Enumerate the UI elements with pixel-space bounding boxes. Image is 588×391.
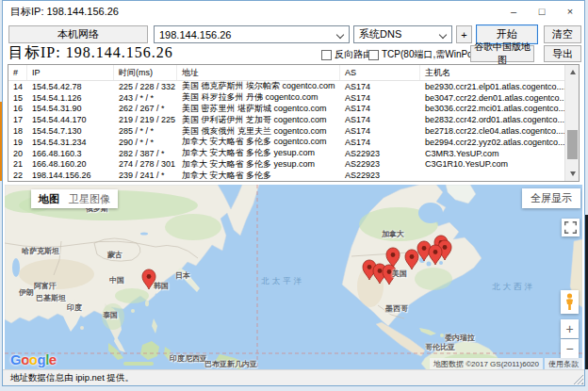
table-row[interactable]: 17154.54.44.170219 / 219 / 225美国 伊利诺伊州 芝… xyxy=(8,114,564,125)
table-row[interactable]: 19154.54.31.234290 / * / *加拿大 安大略省 多伦多 c… xyxy=(8,137,564,148)
column-header-0[interactable]: # xyxy=(8,65,27,80)
table-row[interactable]: 15154.54.1.126243 / * / *美国 科罗拉多州 丹佛 cog… xyxy=(8,92,564,104)
traceroute-window: 目标IP: 198.144.156.26 – □ × 本机网络 198.144.… xyxy=(2,0,585,386)
target-ip-combobox[interactable]: 198.144.156.26 xyxy=(154,25,350,43)
checkbox-icon[interactable] xyxy=(368,50,379,60)
chevron-down-icon[interactable] xyxy=(439,31,447,39)
google-logo-letter: e xyxy=(49,351,57,367)
table-row[interactable]: 18154.54.7.130285 / * / *美国 俄亥俄州 克里夫兰 co… xyxy=(8,125,564,137)
column-header-2[interactable]: 时间(ms) xyxy=(114,65,177,80)
status-text: 地址数据信息由 ipip.net 提供。 xyxy=(10,372,134,384)
cell-hostname: C3MR3.YesUP.com xyxy=(420,149,564,158)
column-header-3[interactable]: 地址 xyxy=(177,65,340,80)
export-button[interactable]: 导出 xyxy=(544,45,581,62)
cell-as: AS174 xyxy=(340,138,420,147)
chevron-down-icon[interactable] xyxy=(336,31,344,39)
titlebar: 目标IP: 198.144.156.26 – □ × xyxy=(3,1,584,22)
cell-hop: 20 xyxy=(8,149,27,158)
scroll-down-icon[interactable] xyxy=(565,167,580,181)
cell-hostname: be2718.ccr22.cle04.atlas.cogentco.... xyxy=(420,126,564,136)
dns-combobox[interactable]: 系统DNS xyxy=(353,25,452,43)
cell-time: 225 / 228 / 332 xyxy=(114,82,177,91)
cell-time: 239 / 241 / * xyxy=(114,171,177,180)
cell-time: 282 / 387 / * xyxy=(114,149,177,158)
cell-as: AS174 xyxy=(340,82,420,91)
google-logo-letter: o xyxy=(29,351,38,367)
cell-time: 274 / 278 / 301 xyxy=(114,159,177,169)
column-header-5[interactable]: 主机名 xyxy=(420,65,579,80)
zoom-out-button[interactable]: − xyxy=(561,339,579,358)
cell-hop: 22 xyxy=(8,171,27,180)
fullscreen-icon[interactable] xyxy=(562,219,580,236)
cell-ip: 154.54.42.78 xyxy=(27,82,114,91)
close-button[interactable]: × xyxy=(556,1,584,22)
local-network-button[interactable]: 本机网络 xyxy=(8,25,148,43)
resize-grip-icon[interactable] xyxy=(573,374,583,384)
map-type-satellite[interactable]: 卫星图像 xyxy=(69,192,110,206)
add-button[interactable]: + xyxy=(456,25,472,43)
cell-address: 加拿大 安大略省 多伦多 xyxy=(177,170,340,181)
google-china-map-button[interactable]: 谷歌中国版地图 xyxy=(470,45,534,62)
column-header-4[interactable]: AS xyxy=(340,65,420,80)
cell-hostname: C3G1R10.YesUP.com xyxy=(420,159,564,169)
cell-as: AS22923 xyxy=(340,159,420,169)
cell-as: AS22923 xyxy=(340,149,420,158)
cell-time: 219 / 219 / 225 xyxy=(114,115,177,124)
status-bar: 地址数据信息由 ipip.net 提供。 xyxy=(3,369,584,385)
vertical-scrollbar[interactable] xyxy=(564,65,579,181)
cell-as: AS174 xyxy=(340,126,420,136)
cell-hop: 19 xyxy=(8,138,27,147)
cell-ip: 166.48.160.3 xyxy=(27,149,114,158)
cell-ip: 154.54.7.130 xyxy=(27,126,114,136)
minimize-button[interactable]: – xyxy=(499,1,528,22)
cell-hostname: be2930.ccr21.elp01.atlas.cogentco.... xyxy=(420,82,564,91)
target-ip-value: 198.144.156.26 xyxy=(159,29,231,41)
app-window: 目标IP: 198.144.156.26 – □ × 本机网络 198.144.… xyxy=(0,0,588,391)
cell-ip: 166.48.160.20 xyxy=(27,159,114,169)
google-map[interactable]: 俄罗斯哈萨克斯坦蒙古中国韩国日本伊朗阿富汗巴基斯坦印度泰国印度尼西亚巴布亚新几内… xyxy=(5,185,582,370)
google-logo-letter: o xyxy=(21,351,29,367)
target-ip-heading: 目标IP: 198.144.156.26 xyxy=(8,43,173,63)
cell-as: AS22923 xyxy=(340,171,420,180)
zoom-in-button[interactable]: + xyxy=(561,319,579,338)
clear-button[interactable]: 清空 xyxy=(544,25,581,43)
table-row[interactable]: 22198.144.156.26239 / 241 / *加拿大 安大略省 多伦… xyxy=(8,170,564,181)
column-header-1[interactable]: IP xyxy=(27,65,114,80)
cell-ip: 154.54.31.90 xyxy=(27,104,114,113)
cell-as: AS174 xyxy=(340,115,420,124)
cell-as: AS174 xyxy=(340,104,420,113)
cell-hop: 17 xyxy=(8,115,27,124)
hops-table: #IP时间(ms)地址AS主机名 14154.54.42.78225 / 228… xyxy=(8,64,580,182)
cell-ip: 154.54.44.170 xyxy=(27,115,114,124)
world-map-graphic xyxy=(5,185,582,370)
cell-hop: 16 xyxy=(8,104,27,113)
google-logo: Google xyxy=(10,351,57,367)
cell-hop: 21 xyxy=(8,159,27,169)
cell-hostname: be3036.ccr22.mci01.atlas.cogentco.... xyxy=(420,104,564,113)
cell-time: 262 / 267 / * xyxy=(114,104,177,113)
table-row[interactable]: 16154.54.31.90262 / 267 / *美国 密苏里州 堪萨斯城 … xyxy=(8,104,564,115)
cell-ip: 154.54.1.126 xyxy=(27,93,114,103)
cell-ip: 198.144.156.26 xyxy=(27,171,114,180)
reverse-route-checkbox[interactable]: 反向路由 xyxy=(321,48,372,61)
table-body: 14154.54.42.78225 / 228 / 332美国 德克萨斯州 埃尔… xyxy=(8,81,564,181)
scrollbar-thumb[interactable] xyxy=(567,130,578,159)
cell-hostname: be2832.ccr42.ord01.atlas.cogentco... xyxy=(420,115,564,124)
table-header: #IP时间(ms)地址AS主机名 xyxy=(8,65,579,81)
maximize-button[interactable]: □ xyxy=(528,1,556,22)
cell-ip: 154.54.31.234 xyxy=(27,138,114,147)
google-logo-letter: G xyxy=(10,351,21,367)
fullscreen-text-button[interactable]: 全屏显示 xyxy=(522,188,580,208)
scroll-up-icon[interactable] xyxy=(565,65,580,79)
table-row[interactable]: 20166.48.160.3282 / 387 / *加拿大 安大略省 多伦多 … xyxy=(8,148,564,159)
reverse-route-label: 反向路由 xyxy=(335,48,372,61)
map-type-control[interactable]: 地图 卫星图像 xyxy=(31,189,118,208)
table-row[interactable]: 14154.54.42.78225 / 228 / 332美国 德克萨斯州 埃尔… xyxy=(8,81,564,92)
cell-hop: 15 xyxy=(8,93,27,103)
checkbox-icon[interactable] xyxy=(321,50,332,60)
cell-hostname: be2994.ccr22.yyz02.atlas.cogentco... xyxy=(420,138,564,147)
map-type-map[interactable]: 地图 xyxy=(39,192,59,206)
pegman-icon[interactable] xyxy=(561,290,579,314)
cell-hop: 18 xyxy=(8,126,27,136)
table-row[interactable]: 21166.48.160.20274 / 278 / 301加拿大 安大略省 多… xyxy=(8,159,564,171)
